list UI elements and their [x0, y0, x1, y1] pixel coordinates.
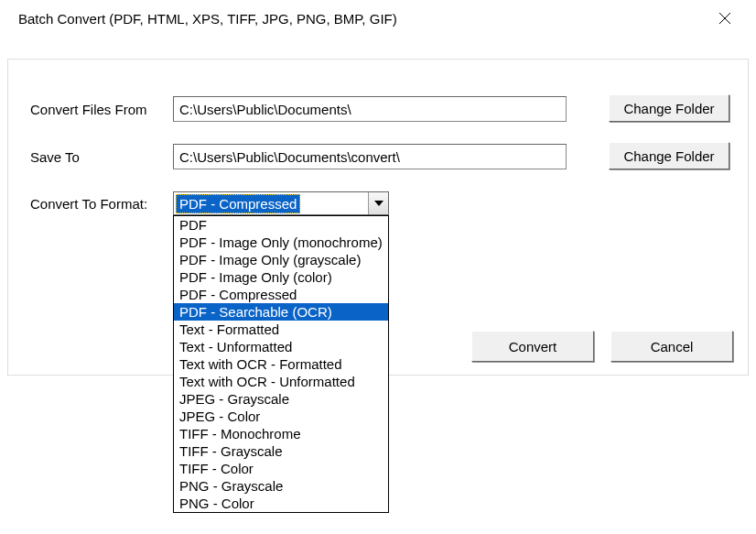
action-buttons: Convert Cancel	[471, 331, 733, 362]
main-panel: Convert Files From Change Folder Save To…	[7, 59, 749, 376]
svg-marker-2	[374, 201, 383, 206]
close-icon	[718, 12, 731, 25]
format-option[interactable]: PNG - Color	[174, 495, 388, 512]
title-bar: Batch Convert (PDF, HTML, XPS, TIFF, JPG…	[0, 0, 756, 37]
format-option[interactable]: PDF	[174, 216, 388, 234]
label-convert-format: Convert To Format:	[30, 196, 173, 212]
convert-button[interactable]: Convert	[471, 331, 594, 362]
row-save-to: Save To	[30, 144, 567, 169]
format-option[interactable]: JPEG - Grayscale	[174, 390, 388, 408]
change-folder-from-button[interactable]: Change Folder	[609, 94, 729, 122]
format-option[interactable]: TIFF - Monochrome	[174, 425, 388, 442]
label-save-to: Save To	[30, 149, 173, 165]
format-option[interactable]: PDF - Image Only (monochrome)	[174, 234, 388, 251]
format-option[interactable]: PDF - Compressed	[174, 286, 388, 303]
format-dropdown-list[interactable]: PDFPDF - Image Only (monochrome)PDF - Im…	[173, 215, 389, 513]
format-option[interactable]: TIFF - Grayscale	[174, 442, 388, 460]
format-option[interactable]: PDF - Searchable (OCR)	[174, 303, 388, 321]
close-button[interactable]	[707, 5, 743, 31]
cancel-button[interactable]: Cancel	[610, 331, 733, 362]
row-convert-format: Convert To Format: PDF - Compressed PDFP…	[30, 191, 389, 215]
format-option[interactable]: Text - Formatted	[174, 321, 388, 338]
dropdown-arrow-button[interactable]	[368, 192, 388, 214]
format-option[interactable]: PNG - Grayscale	[174, 477, 388, 495]
format-option[interactable]: Text - Unformatted	[174, 338, 388, 355]
format-option[interactable]: TIFF - Color	[174, 460, 388, 477]
format-option[interactable]: Text with OCR - Unformatted	[174, 373, 388, 390]
change-folder-to-button[interactable]: Change Folder	[609, 142, 729, 169]
format-option[interactable]: Text with OCR - Formatted	[174, 355, 388, 373]
format-option[interactable]: PDF - Image Only (grayscale)	[174, 251, 388, 268]
input-convert-from[interactable]	[173, 96, 567, 122]
format-combobox[interactable]: PDF - Compressed	[173, 191, 389, 215]
chevron-down-icon	[374, 201, 383, 206]
window-title: Batch Convert (PDF, HTML, XPS, TIFF, JPG…	[18, 11, 397, 27]
format-selected-value: PDF - Compressed	[176, 194, 300, 213]
format-option[interactable]: PDF - Image Only (color)	[174, 268, 388, 286]
format-option[interactable]: JPEG - Color	[174, 408, 388, 425]
row-convert-from: Convert Files From	[30, 96, 567, 122]
input-save-to[interactable]	[173, 144, 567, 169]
label-convert-from: Convert Files From	[30, 102, 173, 117]
